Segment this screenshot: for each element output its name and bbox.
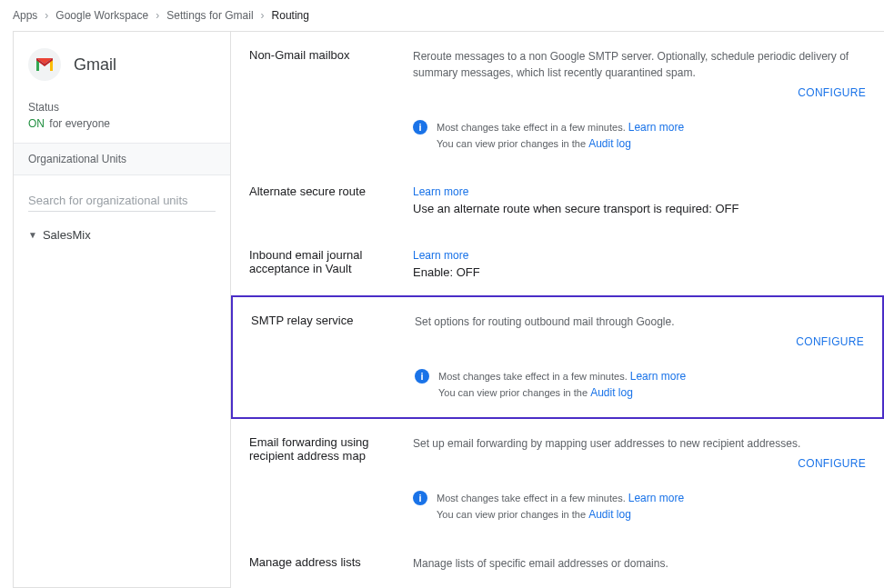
info-icon: i — [413, 120, 427, 135]
info-icon: i — [415, 369, 429, 384]
status-label: Status — [28, 101, 216, 114]
configure-button[interactable]: CONFIGURE — [798, 86, 866, 99]
audit-log-link[interactable]: Audit log — [588, 508, 631, 521]
section-description: Manage lists of specific email addresses… — [413, 555, 866, 572]
inbound-status-prefix: Enable: — [413, 265, 457, 279]
status-value: ON — [28, 117, 45, 130]
info-row: i Most changes take effect in a few minu… — [413, 490, 866, 523]
section-title: Manage address lists — [249, 555, 395, 572]
breadcrumb: Apps › Google Workspace › Settings for G… — [0, 0, 884, 31]
chevron-right-icon: › — [45, 9, 48, 22]
section-email-forwarding: Email forwarding using recipient address… — [231, 419, 884, 539]
section-title: SMTP relay service — [251, 314, 397, 401]
org-unit-search-input[interactable] — [28, 190, 216, 212]
section-description: Set options for routing outbound mail th… — [415, 314, 864, 330]
learn-more-link[interactable]: Learn more — [413, 185, 468, 198]
section-inbound-journal: Inbound email journal acceptance in Vaul… — [231, 232, 884, 295]
status-suffix: for everyone — [49, 117, 110, 130]
audit-log-link[interactable]: Audit log — [590, 386, 633, 399]
section-alternate-secure-route: Alternate secure route Learn more Use an… — [231, 168, 884, 232]
learn-more-link[interactable]: Learn more — [628, 492, 684, 504]
section-description: Set up email forwarding by mapping user … — [413, 435, 866, 452]
audit-log-link[interactable]: Audit log — [588, 137, 631, 150]
section-title: Alternate secure route — [249, 184, 395, 215]
info-text-line1: Most changes take effect in a few minute… — [438, 371, 630, 382]
breadcrumb-current: Routing — [272, 9, 309, 22]
info-text-line2: You can view prior changes in the — [437, 509, 588, 520]
gmail-icon — [28, 48, 61, 81]
section-title: Non-Gmail mailbox — [249, 48, 395, 152]
info-icon: i — [413, 491, 427, 505]
app-title: Gmail — [74, 55, 116, 75]
info-text-line1: Most changes take effect in a few minute… — [437, 493, 628, 503]
main-content: Non-Gmail mailbox Reroute messages to a … — [231, 31, 884, 588]
section-smtp-relay: SMTP relay service Set options for routi… — [231, 295, 884, 419]
chevron-right-icon: › — [156, 9, 159, 22]
configure-button[interactable]: CONFIGURE — [798, 457, 866, 470]
info-row: i Most changes take effect in a few minu… — [415, 368, 864, 401]
breadcrumb-google-workspace[interactable]: Google Workspace — [55, 9, 148, 22]
section-title: Email forwarding using recipient address… — [249, 435, 395, 523]
info-row: i Most changes take effect in a few minu… — [413, 119, 866, 152]
info-text-line2: You can view prior changes in the — [438, 387, 590, 398]
alt-route-status-value: OFF — [715, 202, 738, 215]
info-text-line1: Most changes take effect in a few minute… — [437, 122, 628, 133]
app-header: Gmail — [14, 32, 230, 101]
caret-down-icon: ▼ — [28, 230, 37, 240]
alt-route-status-prefix: Use an alternate route when secure trans… — [413, 202, 715, 215]
organizational-units-header: Organizational Units — [14, 143, 230, 175]
learn-more-link[interactable]: Learn more — [630, 370, 686, 383]
info-text-line2: You can view prior changes in the — [437, 138, 588, 149]
chevron-right-icon: › — [261, 9, 265, 22]
section-title: Inbound email journal acceptance in Vaul… — [249, 248, 395, 279]
org-unit-tree: ▼ SalesMix — [14, 217, 230, 253]
status-block: Status ON for everyone — [14, 101, 230, 143]
section-non-gmail-mailbox: Non-Gmail mailbox Reroute messages to a … — [231, 32, 884, 168]
section-description: Reroute messages to a non Google SMTP se… — [413, 48, 866, 81]
learn-more-link[interactable]: Learn more — [628, 121, 684, 134]
breadcrumb-settings-for-gmail[interactable]: Settings for Gmail — [166, 9, 253, 22]
configure-button[interactable]: CONFIGURE — [796, 335, 864, 348]
inbound-status-value: OFF — [457, 265, 480, 279]
org-unit-root[interactable]: ▼ SalesMix — [23, 224, 221, 245]
breadcrumb-apps[interactable]: Apps — [13, 9, 37, 22]
section-manage-address-lists: Manage address lists Manage lists of spe… — [231, 539, 884, 588]
sidebar: Gmail Status ON for everyone Organizatio… — [13, 31, 231, 588]
learn-more-link[interactable]: Learn more — [413, 249, 468, 262]
org-unit-name: SalesMix — [43, 228, 91, 242]
